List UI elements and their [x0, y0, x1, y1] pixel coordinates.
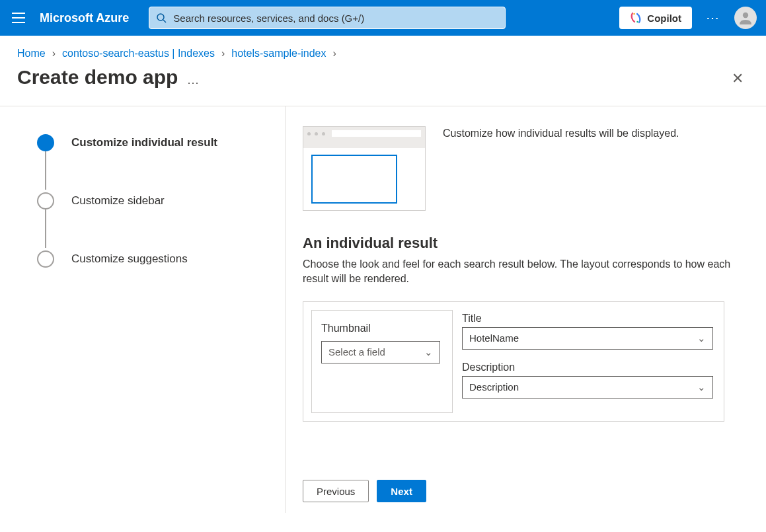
- step-sidebar[interactable]: Customize sidebar: [37, 191, 272, 211]
- thumbnail-select[interactable]: Select a field ⌄: [321, 341, 440, 363]
- brand[interactable]: Microsoft Azure: [36, 11, 141, 25]
- page-title: Create demo app: [17, 66, 178, 89]
- result-config-box: Thumbnail Select a field ⌄ Title HotelNa…: [303, 301, 724, 422]
- thumbnail-value: Select a field: [328, 346, 385, 358]
- svg-point-7: [743, 13, 748, 18]
- avatar[interactable]: [734, 7, 757, 29]
- page-more-icon[interactable]: ⋯: [187, 75, 200, 90]
- top-bar: Microsoft Azure Copilot ⋯: [0, 0, 766, 36]
- preview-description: Customize how individual results will be…: [443, 126, 679, 139]
- search-input[interactable]: [172, 12, 498, 24]
- svg-point-5: [634, 13, 635, 15]
- chevron-down-icon: ⌄: [424, 346, 433, 358]
- title-bar: Create demo app ⋯ ✕: [0, 65, 766, 106]
- svg-line-4: [163, 20, 166, 22]
- menu-icon[interactable]: [9, 9, 28, 27]
- title-select[interactable]: HotelName ⌄: [462, 327, 713, 350]
- breadcrumb-service[interactable]: contoso-search-eastus | Indexes: [62, 48, 215, 59]
- search-icon: [156, 13, 167, 23]
- step-dot-icon: [37, 134, 54, 151]
- step-individual-result[interactable]: Customize individual result: [37, 133, 272, 153]
- chevron-right-icon: ›: [332, 48, 336, 59]
- fields-column: Title HotelName ⌄ Description Descriptio…: [461, 302, 724, 421]
- step-dot-icon: [37, 192, 54, 209]
- svg-point-3: [157, 14, 164, 20]
- stepper-panel: Customize individual result Customize si…: [0, 106, 286, 513]
- breadcrumb-home[interactable]: Home: [17, 48, 46, 59]
- more-icon[interactable]: ⋯: [700, 10, 726, 26]
- chevron-right-icon: ›: [52, 48, 56, 59]
- previous-button[interactable]: Previous: [303, 480, 369, 502]
- title-label: Title: [462, 313, 713, 324]
- step-label: Customize sidebar: [71, 194, 165, 208]
- description-select[interactable]: Description ⌄: [462, 376, 713, 399]
- wizard-footer: Previous Next: [303, 480, 426, 502]
- svg-point-6: [637, 21, 638, 22]
- section-description: Choose the look and feel for each search…: [303, 257, 746, 287]
- step-label: Customize individual result: [71, 136, 217, 149]
- close-icon[interactable]: ✕: [726, 65, 749, 93]
- chevron-right-icon: ›: [221, 48, 225, 59]
- thumbnail-column: Thumbnail Select a field ⌄: [311, 310, 453, 413]
- thumbnail-label: Thumbnail: [321, 323, 443, 334]
- step-label: Customize suggestions: [71, 252, 188, 266]
- breadcrumb-index[interactable]: hotels-sample-index: [231, 48, 326, 59]
- breadcrumb: Home › contoso-search-eastus | Indexes ›…: [0, 36, 766, 65]
- search-box[interactable]: [149, 7, 506, 29]
- copilot-label: Copilot: [647, 13, 681, 24]
- section-heading: An individual result: [303, 235, 749, 252]
- step-dot-icon: [37, 250, 54, 268]
- copilot-button[interactable]: Copilot: [619, 7, 692, 29]
- copilot-icon: [630, 12, 642, 24]
- description-value: Description: [469, 381, 519, 393]
- next-button[interactable]: Next: [377, 480, 426, 502]
- step-suggestions[interactable]: Customize suggestions: [37, 249, 272, 269]
- result-preview-thumbnail: [303, 126, 426, 211]
- description-label: Description: [462, 361, 713, 373]
- content-panel: Customize how individual results will be…: [286, 106, 766, 513]
- title-value: HotelName: [469, 332, 519, 344]
- chevron-down-icon: ⌄: [697, 332, 706, 344]
- chevron-down-icon: ⌄: [697, 381, 706, 393]
